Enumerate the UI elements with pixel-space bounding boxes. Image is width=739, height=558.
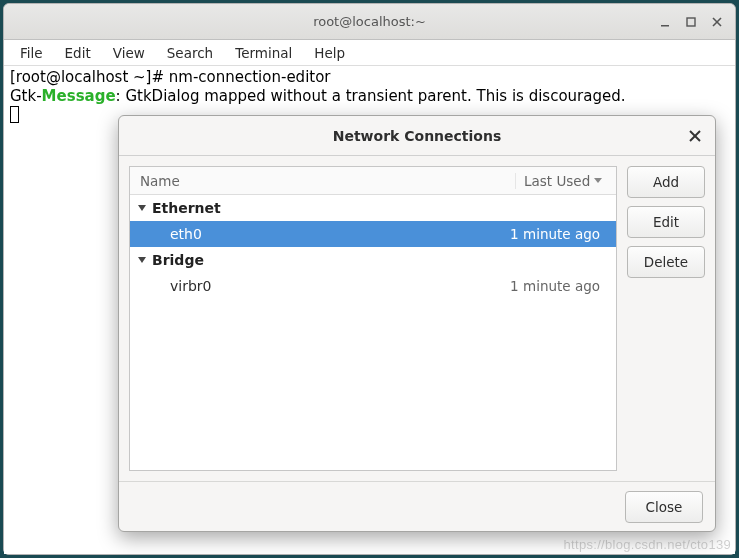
group-label: Ethernet (152, 200, 221, 216)
dialog-body: Name Last Used Ethernet eth0 1 minute ag… (119, 156, 715, 481)
column-name[interactable]: Name (130, 173, 516, 189)
gtk-msg-rest: : GtkDialog mapped without a transient p… (116, 87, 626, 105)
watermark: https://blog.csdn.net/cto139 (564, 537, 731, 552)
menu-help[interactable]: Help (304, 42, 355, 64)
close-icon (688, 129, 702, 143)
maximize-button[interactable] (679, 10, 703, 34)
edit-button[interactable]: Edit (627, 206, 705, 238)
svg-rect-1 (687, 18, 695, 26)
menu-file[interactable]: File (10, 42, 53, 64)
dialog-titlebar: Network Connections (119, 116, 715, 156)
list-body: Ethernet eth0 1 minute ago Bridge virbr0… (130, 195, 616, 470)
terminal-title: root@localhost:~ (313, 14, 426, 29)
connection-row-virbr0[interactable]: virbr0 1 minute ago (130, 273, 616, 299)
close-window-button[interactable] (705, 10, 729, 34)
chevron-down-icon (138, 205, 146, 211)
dialog-side-buttons: Add Edit Delete (627, 166, 705, 471)
group-bridge[interactable]: Bridge (130, 247, 616, 273)
svg-rect-0 (661, 25, 669, 27)
list-header: Name Last Used (130, 167, 616, 195)
minimize-button[interactable] (653, 10, 677, 34)
group-label: Bridge (152, 252, 204, 268)
connection-name: eth0 (170, 226, 498, 242)
menu-view[interactable]: View (103, 42, 155, 64)
connection-last-used: 1 minute ago (498, 226, 608, 242)
connections-list: Name Last Used Ethernet eth0 1 minute ag… (129, 166, 617, 471)
terminal-prompt: [root@localhost ~]# (10, 68, 169, 86)
menu-terminal[interactable]: Terminal (225, 42, 302, 64)
sort-desc-icon (594, 178, 602, 183)
dialog-footer: Close (119, 481, 715, 531)
close-button[interactable]: Close (625, 491, 703, 523)
terminal-command: nm-connection-editor (169, 68, 331, 86)
add-button[interactable]: Add (627, 166, 705, 198)
terminal-titlebar: root@localhost:~ (4, 4, 735, 40)
menu-edit[interactable]: Edit (55, 42, 101, 64)
gtk-msg-highlight: Message (42, 87, 116, 105)
menubar: File Edit View Search Terminal Help (4, 40, 735, 66)
chevron-down-icon (138, 257, 146, 263)
network-connections-dialog: Network Connections Name Last Used Ether… (118, 115, 716, 532)
column-last-used-label: Last Used (524, 173, 590, 189)
connection-row-eth0[interactable]: eth0 1 minute ago (130, 221, 616, 247)
gtk-msg-prefix: Gtk- (10, 87, 42, 105)
group-ethernet[interactable]: Ethernet (130, 195, 616, 221)
terminal-cursor (10, 106, 19, 123)
dialog-close-button[interactable] (681, 122, 709, 150)
dialog-title: Network Connections (333, 128, 502, 144)
connection-last-used: 1 minute ago (498, 278, 608, 294)
delete-button[interactable]: Delete (627, 246, 705, 278)
connection-name: virbr0 (170, 278, 498, 294)
column-last-used[interactable]: Last Used (516, 173, 616, 189)
menu-search[interactable]: Search (157, 42, 223, 64)
